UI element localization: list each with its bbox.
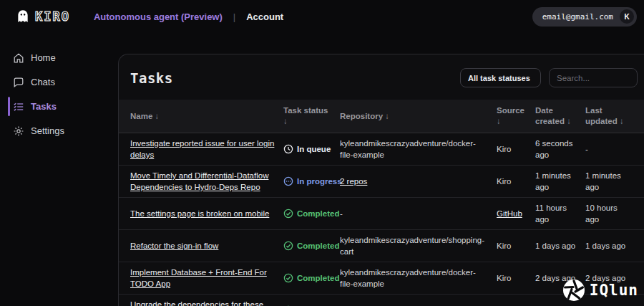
active-indicator xyxy=(8,97,10,116)
source-link[interactable]: GitHub xyxy=(497,208,535,219)
search-box xyxy=(549,68,638,87)
avatar: K xyxy=(620,9,634,24)
column-header-source[interactable]: Source ↓ xyxy=(497,105,535,127)
task-name-link[interactable]: The settings page is broken on mobile xyxy=(130,209,269,218)
search-input[interactable] xyxy=(557,74,630,82)
sidebar: Home Chats Tasks Settings xyxy=(0,33,118,306)
column-header-last-updated[interactable]: Last updated ↓ xyxy=(585,105,638,127)
sort-arrow-icon: ↓ xyxy=(567,117,571,125)
column-header-name[interactable]: Name ↓ xyxy=(130,111,283,122)
sidebar-item-chats[interactable]: Chats xyxy=(0,74,118,90)
tasks-panel: Tasks All task statuses Name ↓ Task stat… xyxy=(118,54,644,306)
sort-arrow-icon: ↓ xyxy=(283,117,288,125)
sidebar-item-label: Settings xyxy=(31,125,64,136)
date-created-cell: 1 days ago xyxy=(535,240,585,252)
status-badge: Completed xyxy=(283,208,340,219)
check-circle-icon xyxy=(283,241,293,251)
shutter-logo-icon xyxy=(562,279,585,302)
last-updated-cell: 10 hours ago xyxy=(585,202,638,225)
sidebar-item-home[interactable]: Home xyxy=(0,49,118,66)
task-list-icon xyxy=(13,101,24,113)
date-created-cell: 11 hours ago xyxy=(535,202,585,225)
table-row: Refactor the sign-in flow Completed kyle… xyxy=(119,230,644,262)
status-badge: In progress xyxy=(283,176,340,187)
ghost-icon xyxy=(16,9,30,24)
sidebar-item-label: Home xyxy=(31,52,56,63)
column-header-repository[interactable]: Repository ↓ xyxy=(340,111,497,122)
table-controls: All task statuses xyxy=(460,68,638,87)
last-updated-cell: - xyxy=(585,143,638,155)
sort-arrow-icon: ↓ xyxy=(155,112,160,120)
task-name-link[interactable]: Refactor the sign-in flow xyxy=(130,242,218,250)
filter-selected-value: All task statuses xyxy=(468,74,530,82)
home-icon xyxy=(13,52,24,64)
task-status-filter[interactable]: All task statuses xyxy=(460,68,541,87)
topbar: KIRO Autonomous agent (Preview) | Accoun… xyxy=(0,0,644,33)
sort-arrow-icon: ↓ xyxy=(497,117,501,125)
column-header-task-status[interactable]: Task status ↓ xyxy=(283,105,340,127)
sort-arrow-icon: ↓ xyxy=(620,117,624,125)
check-circle-icon xyxy=(283,273,293,283)
task-name-link[interactable]: Investigate reported issue for user logi… xyxy=(130,139,274,159)
nav-account[interactable]: Account xyxy=(246,11,283,22)
date-created-cell: 6 seconds ago xyxy=(535,138,585,161)
repository-cell: kyleandmikescrazyadventure/docker-file-e… xyxy=(340,267,497,290)
sidebar-item-settings[interactable]: Settings xyxy=(0,123,118,139)
task-name-link[interactable]: Move Timely and Differential-Dataflow De… xyxy=(130,171,268,191)
source-cell: Kiro xyxy=(497,240,535,252)
panel-header: Tasks All task statuses xyxy=(119,54,644,100)
column-header-date-created[interactable]: Date created ↓ xyxy=(535,105,585,127)
table-row: Move Timely and Differential-Dataflow De… xyxy=(119,166,644,198)
task-name-link[interactable]: Upgrade the dependencies for these repos xyxy=(130,300,263,306)
gear-icon xyxy=(13,125,24,137)
status-badge: Completed xyxy=(283,272,340,284)
clock-icon xyxy=(283,144,293,154)
source-cell: Kiro xyxy=(497,272,535,284)
sidebar-item-tasks[interactable]: Tasks xyxy=(0,98,118,115)
watermark: IQlun xyxy=(562,279,638,302)
in-progress-icon xyxy=(283,176,293,186)
nav-separator: | xyxy=(233,11,235,22)
repository-cell: kyleandmikescrazyadventure/docker-file-e… xyxy=(340,138,497,161)
nav-autonomous-agent[interactable]: Autonomous agent (Preview) xyxy=(94,11,223,22)
task-name-link[interactable]: Implement Database + Front-End For TODO … xyxy=(130,268,267,288)
repository-link[interactable]: 2 repos xyxy=(340,176,497,187)
source-cell: Kiro xyxy=(497,143,535,155)
last-updated-cell: 1 minutes ago xyxy=(585,170,638,193)
sidebar-item-label: Tasks xyxy=(31,101,57,112)
table-row: The settings page is broken on mobile Co… xyxy=(119,198,644,230)
last-updated-cell: 1 days ago xyxy=(585,240,638,252)
page-title: Tasks xyxy=(130,70,173,86)
account-pill[interactable]: email@gmail.com K xyxy=(532,7,637,27)
topbar-nav: Autonomous agent (Preview) | Account xyxy=(94,11,283,22)
table-header: Name ↓ Task status ↓ Repository ↓ Source… xyxy=(119,100,644,133)
status-badge: Completed xyxy=(283,240,340,252)
table-row: Investigate reported issue for user logi… xyxy=(119,133,644,166)
check-circle-icon xyxy=(283,209,293,219)
repository-cell: - xyxy=(340,208,497,219)
kiro-logo[interactable]: KIRO xyxy=(16,9,70,24)
watermark-text: IQlun xyxy=(590,282,638,299)
status-badge: In queue xyxy=(283,143,340,155)
sidebar-item-label: Chats xyxy=(31,77,55,87)
repository-cell: kyleandmikescrazyadventure/shopping-cart xyxy=(340,234,497,257)
sort-arrow-icon: ↓ xyxy=(385,112,389,120)
account-email: email@gmail.com xyxy=(542,12,613,21)
chat-icon xyxy=(13,77,24,88)
brand-wordmark: KIRO xyxy=(35,9,70,24)
source-cell: Kiro xyxy=(497,176,535,187)
date-created-cell: 1 minutes ago xyxy=(535,170,585,193)
